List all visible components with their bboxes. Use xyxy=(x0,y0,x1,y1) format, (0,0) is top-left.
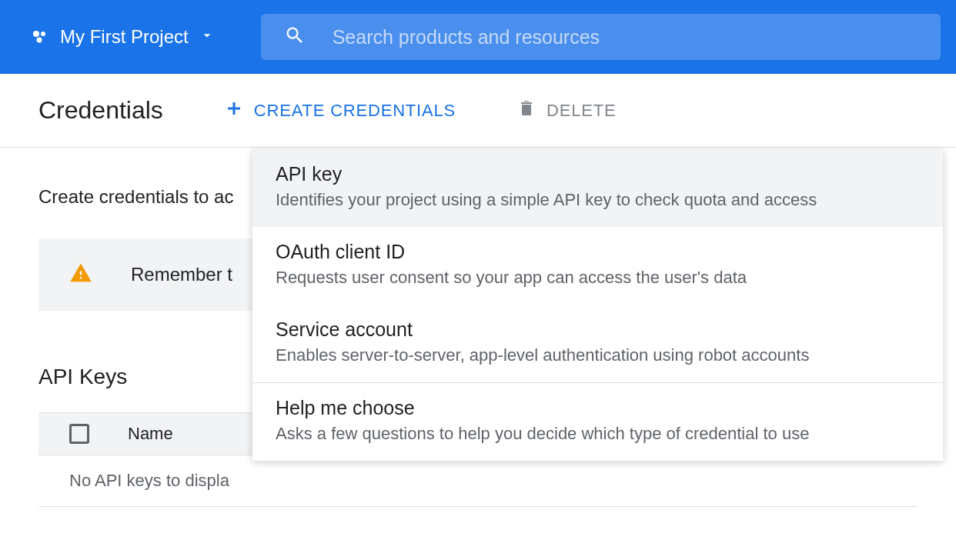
menu-item-desc: Requests user consent so your app can ac… xyxy=(276,268,920,288)
delete-button[interactable]: DELETE xyxy=(517,99,616,122)
table-empty-row: No API keys to displa xyxy=(38,455,918,507)
page-title: Credentials xyxy=(38,96,163,125)
menu-item-desc: Identifies your project using a simple A… xyxy=(276,190,920,210)
create-credentials-dropdown: API key Identifies your project using a … xyxy=(252,149,943,461)
trash-icon xyxy=(517,99,536,122)
svg-point-1 xyxy=(41,32,45,36)
top-header: My First Project xyxy=(0,0,956,74)
column-name: Name xyxy=(128,424,173,444)
svg-point-2 xyxy=(37,38,42,43)
menu-item-desc: Enables server-to-server, app-level auth… xyxy=(276,345,920,365)
project-selector[interactable]: My First Project xyxy=(31,26,215,48)
create-credentials-label: CREATE CREDENTIALS xyxy=(254,101,456,121)
project-icon xyxy=(31,28,49,46)
create-credentials-button[interactable]: CREATE CREDENTIALS xyxy=(225,99,456,122)
menu-item-title: OAuth client ID xyxy=(276,241,920,263)
menu-item-title: API key xyxy=(276,163,920,185)
menu-item-title: Service account xyxy=(276,318,920,341)
search-icon xyxy=(284,25,306,49)
plus-icon xyxy=(225,99,243,122)
menu-item-title: Help me choose xyxy=(276,397,920,419)
menu-item-service-account[interactable]: Service account Enables server-to-server… xyxy=(252,305,943,382)
select-all-checkbox[interactable] xyxy=(69,424,89,444)
search-container xyxy=(261,14,941,60)
svg-point-0 xyxy=(33,31,39,37)
search-input[interactable] xyxy=(333,26,918,48)
banner-text: Remember t xyxy=(131,264,232,285)
toolbar: Credentials CREATE CREDENTIALS DELETE xyxy=(0,74,956,148)
menu-item-desc: Asks a few questions to help you decide … xyxy=(276,424,920,444)
warning-icon xyxy=(69,262,92,288)
menu-item-help-me-choose[interactable]: Help me choose Asks a few questions to h… xyxy=(252,383,943,461)
delete-label: DELETE xyxy=(547,101,616,121)
chevron-down-icon xyxy=(199,26,215,48)
project-name: My First Project xyxy=(60,26,189,48)
menu-item-api-key[interactable]: API key Identifies your project using a … xyxy=(252,149,943,227)
menu-item-oauth-client-id[interactable]: OAuth client ID Requests user consent so… xyxy=(252,227,943,305)
